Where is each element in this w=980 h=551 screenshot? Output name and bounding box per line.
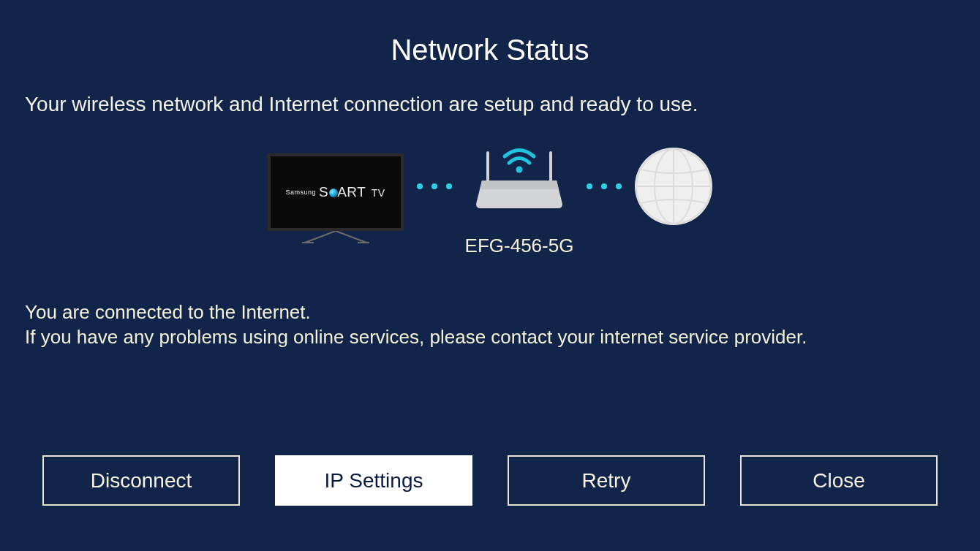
page-title: Network Status [0, 0, 980, 66]
disconnect-button[interactable]: Disconnect [42, 455, 240, 506]
status-line-2: If you have any problems using online se… [25, 324, 980, 349]
svg-line-1 [336, 231, 366, 243]
status-subtitle: Your wireless network and Internet conne… [0, 66, 980, 116]
connection-diagram: Samsung SART TV [0, 140, 980, 257]
status-line-1: You are connected to the Internet. [25, 300, 980, 324]
tv-model-label: SART TV [319, 184, 385, 200]
router-icon: EFG-456-5G [465, 140, 574, 257]
connection-dots-2 [584, 183, 625, 214]
button-row: Disconnect IP Settings Retry Close [0, 455, 980, 506]
connection-dots-1 [414, 183, 455, 214]
wifi-icon [505, 151, 534, 173]
svg-point-4 [516, 167, 522, 173]
retry-button[interactable]: Retry [508, 455, 705, 506]
close-button[interactable]: Close [740, 455, 938, 506]
status-message: You are connected to the Internet. If yo… [0, 257, 980, 350]
svg-line-0 [305, 231, 336, 243]
tv-icon: Samsung SART TV [268, 153, 404, 244]
tv-brand-label: Samsung [285, 189, 316, 196]
network-name-label: EFG-456-5G [465, 235, 574, 257]
ip-settings-button[interactable]: IP Settings [275, 455, 472, 506]
globe-icon [635, 148, 712, 225]
